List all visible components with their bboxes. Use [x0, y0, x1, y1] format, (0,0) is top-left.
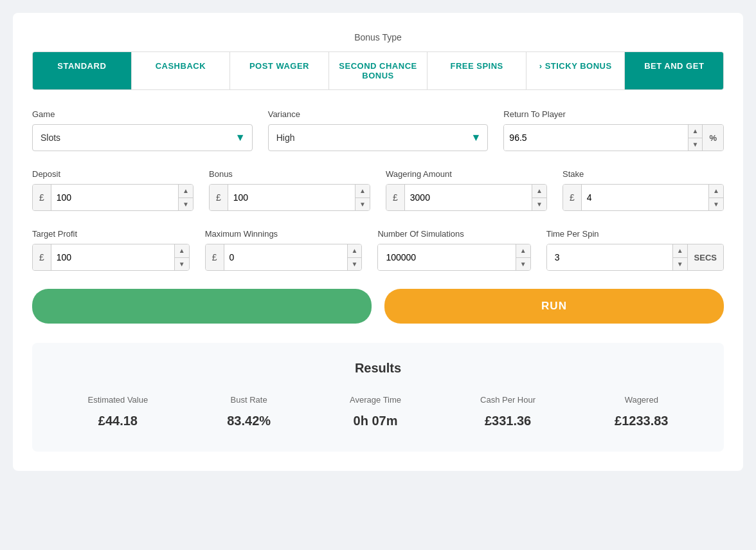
field-variance: Variance Low Medium High ▼	[268, 109, 489, 151]
buttons-row: RUN	[32, 289, 724, 324]
bonus-input[interactable]	[228, 185, 355, 210]
tabs-row: STANDARD CASHBACK POST WAGER SECOND CHAN…	[32, 51, 724, 90]
result-bust-rate-value: 83.42%	[227, 414, 271, 428]
tab-second-chance-bonus[interactable]: SECOND CHANCE BONUS	[329, 52, 428, 89]
result-wagered-label: Wagered	[625, 395, 658, 405]
time-per-spin-input-wrapper: ▲ ▼ SECS	[546, 244, 724, 271]
rtp-input[interactable]	[504, 125, 687, 151]
result-wagered-value: £1233.83	[615, 414, 668, 428]
bonus-input-wrapper: £ ▲ ▼	[209, 184, 370, 211]
time-per-spin-spinner-up[interactable]: ▲	[673, 244, 687, 258]
variance-select-wrapper: Low Medium High ▼	[268, 124, 489, 151]
wagering-input[interactable]	[405, 185, 532, 210]
result-average-time-label: Average Time	[350, 395, 401, 405]
bonus-spinner-down[interactable]: ▼	[356, 198, 370, 211]
target-profit-prefix: £	[33, 244, 51, 270]
game-select[interactable]: Slots Roulette Blackjack	[33, 125, 252, 151]
tab-sticky-bonus[interactable]: › STICKY BONUS	[526, 52, 626, 89]
stake-spinner-down[interactable]: ▼	[709, 198, 723, 211]
stake-label: Stake	[562, 169, 724, 179]
target-profit-label: Target Profit	[32, 229, 190, 239]
num-simulations-spinner: ▲ ▼	[516, 244, 530, 270]
deposit-spinner-down[interactable]: ▼	[179, 198, 193, 211]
max-winnings-label: Maximum Winnings	[205, 229, 363, 239]
max-winnings-prefix: £	[206, 244, 224, 270]
bonus-type-label: Bonus Type	[32, 32, 724, 42]
wagering-spinner-up[interactable]: ▲	[532, 185, 546, 198]
target-profit-spinner: ▲ ▼	[174, 244, 189, 270]
result-cash-per-hour-value: £331.36	[485, 414, 531, 428]
result-estimated-value-value: £44.18	[98, 414, 138, 428]
results-title: Results	[51, 361, 705, 376]
target-profit-spinner-down[interactable]: ▼	[175, 258, 189, 271]
wagering-label: Wagering Amount	[386, 169, 547, 179]
bonus-prefix: £	[210, 185, 228, 210]
green-button[interactable]	[32, 289, 372, 324]
time-per-spin-spinner-down[interactable]: ▼	[673, 258, 687, 271]
stake-spinner-up[interactable]: ▲	[709, 185, 723, 198]
result-average-time: Average Time 0h 07m	[350, 395, 401, 428]
result-estimated-value-label: Estimated Value	[88, 395, 148, 405]
tab-post-wager[interactable]: POST WAGER	[230, 52, 329, 89]
stake-input-wrapper: £ ▲ ▼	[562, 184, 724, 211]
wagering-spinner-down[interactable]: ▼	[532, 198, 546, 211]
tab-cashback[interactable]: CASHBACK	[132, 52, 231, 89]
rtp-suffix: %	[702, 125, 723, 151]
num-simulations-spinner-up[interactable]: ▲	[516, 244, 530, 258]
game-select-wrapper: Slots Roulette Blackjack ▼	[32, 124, 253, 151]
main-container: Bonus Type STANDARD CASHBACK POST WAGER …	[13, 13, 743, 471]
wagering-input-wrapper: £ ▲ ▼	[386, 184, 547, 211]
stake-input[interactable]	[582, 185, 708, 210]
max-winnings-input[interactable]	[224, 244, 347, 270]
num-simulations-input[interactable]	[378, 244, 515, 270]
run-button[interactable]: RUN	[384, 289, 724, 324]
field-deposit: Deposit £ ▲ ▼	[32, 169, 194, 211]
result-average-time-value: 0h 07m	[354, 414, 398, 428]
rtp-spinner-down[interactable]: ▼	[688, 138, 703, 151]
bonus-spinner-up[interactable]: ▲	[356, 185, 370, 198]
field-target-profit: Target Profit £ ▲ ▼	[32, 229, 190, 271]
max-winnings-spinner: ▲ ▼	[347, 244, 362, 270]
max-winnings-input-wrapper: £ ▲ ▼	[205, 244, 363, 271]
result-bust-rate-label: Bust Rate	[231, 395, 267, 405]
results-grid: Estimated Value £44.18 Bust Rate 83.42% …	[51, 395, 705, 428]
field-bonus: Bonus £ ▲ ▼	[209, 169, 370, 211]
target-profit-input[interactable]	[51, 244, 174, 270]
tab-free-spins[interactable]: FREE SPINS	[428, 52, 526, 89]
variance-select[interactable]: Low Medium High	[269, 125, 488, 151]
field-time-per-spin: Time Per Spin ▲ ▼ SECS	[546, 229, 724, 271]
wagering-spinner: ▲ ▼	[532, 185, 546, 210]
rtp-spinner-up[interactable]: ▲	[688, 125, 703, 138]
field-stake: Stake £ ▲ ▼	[562, 169, 724, 211]
deposit-prefix: £	[33, 185, 51, 210]
wagering-prefix: £	[386, 185, 405, 210]
result-cash-per-hour-label: Cash Per Hour	[480, 395, 536, 405]
tab-bet-and-get[interactable]: BET AND GET	[625, 52, 723, 89]
variance-label: Variance	[268, 109, 489, 119]
result-wagered: Wagered £1233.83	[615, 395, 668, 428]
deposit-input[interactable]	[51, 185, 178, 210]
num-simulations-label: Number Of Simulations	[377, 229, 530, 239]
num-simulations-input-wrapper: ▲ ▼	[377, 244, 530, 271]
target-profit-spinner-up[interactable]: ▲	[175, 244, 189, 258]
target-profit-input-wrapper: £ ▲ ▼	[32, 244, 190, 271]
results-section: Results Estimated Value £44.18 Bust Rate…	[32, 343, 724, 452]
tab-standard[interactable]: STANDARD	[33, 52, 132, 89]
rtp-label: Return To Player	[503, 109, 724, 119]
bonus-label: Bonus	[209, 169, 370, 179]
num-simulations-spinner-down[interactable]: ▼	[516, 258, 530, 271]
deposit-input-wrapper: £ ▲ ▼	[32, 184, 194, 211]
max-winnings-spinner-down[interactable]: ▼	[348, 258, 362, 271]
stake-prefix: £	[563, 185, 582, 210]
stake-spinner: ▲ ▼	[708, 185, 723, 210]
deposit-spinner-up[interactable]: ▲	[179, 185, 193, 198]
time-per-spin-input[interactable]	[547, 244, 672, 270]
game-label: Game	[32, 109, 253, 119]
deposit-label: Deposit	[32, 169, 194, 179]
bonus-spinner: ▲ ▼	[355, 185, 370, 210]
time-per-spin-spinner: ▲ ▼	[672, 244, 687, 270]
max-winnings-spinner-up[interactable]: ▲	[348, 244, 362, 258]
rtp-input-wrapper: ▲ ▼ %	[503, 124, 724, 151]
row-deposit-bonus-wagering-stake: Deposit £ ▲ ▼ Bonus £ ▲ ▼ Wage	[32, 169, 724, 211]
rtp-spinner: ▲ ▼	[688, 125, 703, 151]
